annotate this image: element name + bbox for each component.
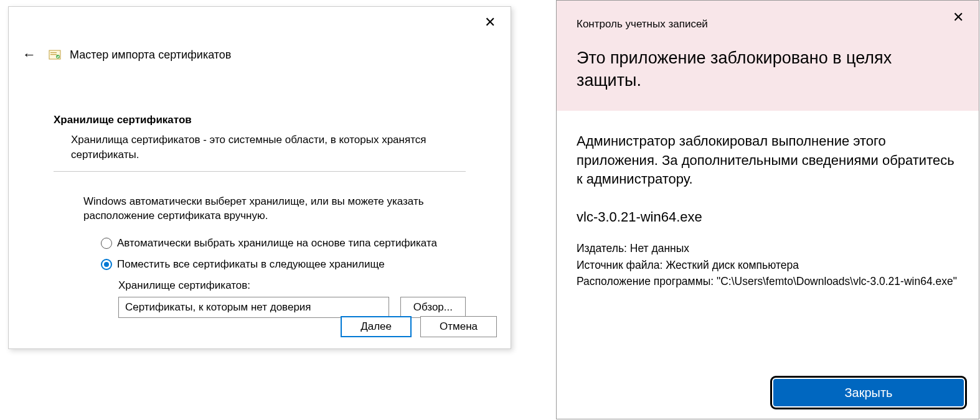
- location-label: Расположение программы:: [577, 275, 714, 287]
- uac-message: Администратор заблокировал выполнение эт…: [577, 132, 959, 189]
- radio-manual-label: Поместить все сертификаты в следующее хр…: [117, 258, 385, 271]
- section-description: Хранилища сертификатов - это системные о…: [54, 133, 466, 172]
- certificate-icon: [47, 47, 62, 62]
- source-label: Источник файла:: [577, 259, 662, 271]
- certificate-store-input[interactable]: [118, 297, 389, 318]
- uac-body: Администратор заблокировал выполнение эт…: [557, 111, 979, 289]
- uac-header: ✕ Контроль учетных записей Это приложени…: [557, 1, 979, 111]
- radio-auto-select[interactable]: Автоматически выбрать хранилище на основ…: [101, 237, 466, 250]
- radio-icon: [101, 238, 112, 249]
- svg-rect-1: [50, 52, 57, 53]
- radio-auto-label: Автоматически выбрать хранилище на основ…: [117, 237, 437, 250]
- wizard-footer: Далее Отмена: [341, 316, 497, 337]
- section-title: Хранилище сертификатов: [54, 114, 466, 126]
- next-button[interactable]: Далее: [341, 316, 412, 337]
- source-row: Источник файла: Жесткий диск компьютера: [577, 257, 959, 273]
- radio-icon: [101, 259, 112, 270]
- location-row: Расположение программы: "C:\Users\femto\…: [577, 273, 959, 289]
- wizard-header: ← Мастер импорта сертификатов: [9, 7, 511, 63]
- back-arrow-icon[interactable]: ←: [19, 47, 40, 63]
- uac-footer: Закрыть: [773, 379, 964, 406]
- svg-point-3: [56, 55, 60, 58]
- publisher-row: Издатель: Нет данных: [577, 240, 959, 256]
- browse-button[interactable]: Обзор...: [400, 297, 466, 318]
- close-icon[interactable]: ✕: [946, 7, 970, 28]
- publisher-value: Нет данных: [630, 242, 689, 254]
- uac-title: Это приложение заблокировано в целях защ…: [577, 47, 959, 92]
- uac-block-dialog: ✕ Контроль учетных записей Это приложени…: [556, 0, 979, 419]
- radio-manual-select[interactable]: Поместить все сертификаты в следующее хр…: [101, 258, 466, 271]
- close-button[interactable]: Закрыть: [773, 379, 964, 406]
- source-value: Жесткий диск компьютера: [666, 259, 799, 271]
- radio-group: Автоматически выбрать хранилище на основ…: [54, 237, 466, 271]
- uac-subtitle: Контроль учетных записей: [577, 18, 959, 30]
- publisher-label: Издатель:: [577, 242, 627, 254]
- wizard-title: Мастер импорта сертификатов: [70, 49, 231, 62]
- svg-rect-2: [50, 54, 57, 55]
- cancel-button[interactable]: Отмена: [420, 316, 497, 337]
- uac-details: Издатель: Нет данных Источник файла: Жес…: [577, 240, 959, 289]
- store-row: Обзор...: [54, 297, 466, 318]
- uac-filename: vlc-3.0.21-win64.exe: [577, 209, 959, 225]
- instruction-text: Windows автоматически выберет хранилище,…: [54, 194, 466, 224]
- store-label: Хранилище сертификатов:: [54, 279, 466, 292]
- close-icon[interactable]: ✕: [478, 12, 502, 33]
- wizard-body: Хранилище сертификатов Хранилища сертифи…: [9, 63, 511, 318]
- location-value: "C:\Users\femto\Downloads\vlc-3.0.21-win…: [717, 275, 957, 287]
- certificate-import-wizard: ✕ ← Мастер импорта сертификатов Хранилищ…: [8, 6, 511, 349]
